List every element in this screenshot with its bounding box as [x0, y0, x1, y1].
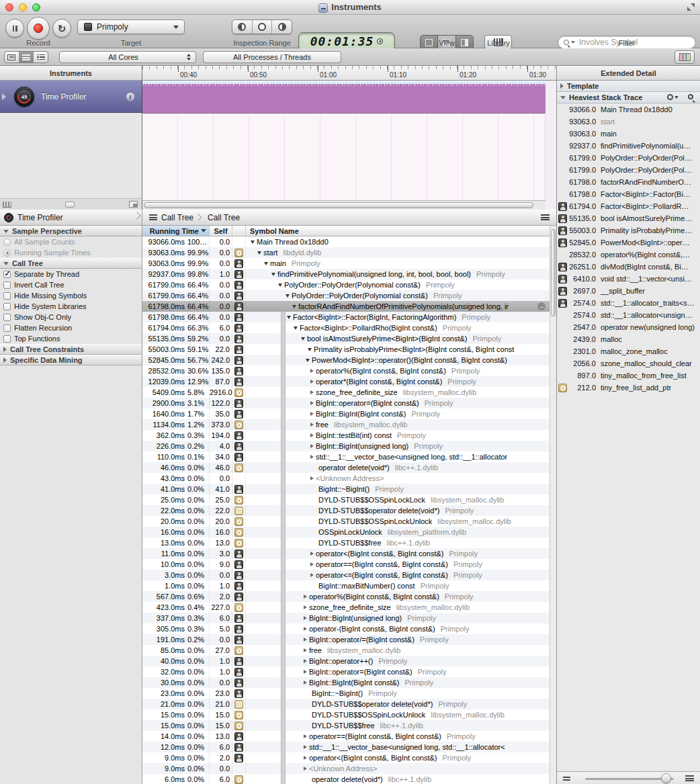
fullscreen-icon[interactable]: [687, 3, 695, 11]
table-row[interactable]: 15.0ms0.0%15.0DYLD-STUB$$freelibc++.1.dy…: [142, 720, 550, 731]
table-row[interactable]: 22.0ms0.0%22.0DYLD-STUB$$operator delete…: [142, 505, 550, 516]
timeline-ruler[interactable]: 00:4000:5001:0001:1001:2001:30: [142, 66, 556, 81]
table-row[interactable]: 41.0ms0.0%41.0BigInt::~BigInt()Primpoly: [142, 484, 550, 494]
stack-trace-row[interactable]: 61794.0Factor<BigInt>::PollardR…: [557, 200, 700, 212]
stack-trace-row[interactable]: 55003.0Primality isProbablyPrime…: [557, 224, 700, 236]
stack-trace-row[interactable]: 2547.0operator new(unsigned long): [557, 321, 700, 333]
sidebar-item[interactable]: Show Obj-C Only: [0, 312, 142, 322]
stack-trace-row[interactable]: 2439.0malloc: [557, 333, 700, 345]
table-row[interactable]: 9.0ms0.0%2.0operator<(BigInt const&, Big…: [142, 752, 550, 763]
breadcrumb-item-call-tree[interactable]: Call Tree: [149, 213, 193, 222]
stack-trace-row[interactable]: 52845.0PowerMod<BigInt>::oper…: [557, 236, 700, 249]
checkbox[interactable]: [3, 303, 11, 310]
cpu-strategy-button[interactable]: [5, 52, 19, 62]
record-button[interactable]: [27, 17, 50, 40]
table-row[interactable]: 6.0ms0.0%6.0operator delete(void*)libc++…: [142, 774, 550, 784]
disclosure-right-icon[interactable]: [304, 616, 307, 620]
sidebar-item[interactable]: Running Sample Times: [0, 247, 142, 258]
disclosure-down-icon[interactable]: [271, 273, 275, 276]
track-disclosure-icon[interactable]: [2, 93, 6, 100]
column-header-running-time[interactable]: Running Time: [142, 226, 210, 236]
stack-trace-row[interactable]: 2574.0std::__1::allocator_traits<s…: [557, 297, 700, 309]
table-row[interactable]: 32.0ms0.0%1.0BigInt::operator=(BigInt co…: [142, 666, 550, 677]
stack-trace-row[interactable]: 55135.0bool isAlmostSurelyPrime…: [557, 212, 700, 224]
disclosure-right-icon[interactable]: [310, 433, 314, 437]
table-row[interactable]: 226.0ms0.2%4.0BigInt::BigInt(unsigned lo…: [142, 441, 550, 451]
disclosure-right-icon[interactable]: [310, 476, 314, 480]
disclosure-down-icon[interactable]: [287, 316, 291, 319]
scrollbar-thumb[interactable]: [551, 229, 556, 316]
column-header-icon[interactable]: [232, 226, 246, 236]
disclosure-right-icon[interactable]: [304, 756, 307, 760]
sidebar-item[interactable]: All Sample Counts: [0, 236, 142, 247]
table-row[interactable]: 52845.0ms56.7%242.0PowerMod<BigInt>::ope…: [142, 355, 550, 365]
track-timeline-area[interactable]: [142, 81, 556, 210]
table-row[interactable]: 2900.0ms3.1%122.0BigInt::operator=(BigIn…: [142, 398, 550, 408]
inspection-range-clear-button[interactable]: [253, 20, 273, 34]
stack-trace-row[interactable]: 28532.0operator%(BigInt const&,…: [557, 249, 700, 261]
disclosure-right-icon[interactable]: [304, 745, 307, 749]
scrollbar-thumb[interactable]: [144, 202, 533, 208]
table-row[interactable]: 61799.0ms66.4%0.0PolyOrder::PolyOrder(Po…: [142, 290, 550, 301]
radio-button[interactable]: [3, 238, 11, 246]
focus-arrow-icon[interactable]: →: [537, 302, 545, 310]
template-section-header[interactable]: Template: [557, 81, 700, 92]
search-icon[interactable]: [688, 94, 693, 99]
disclosure-right-icon[interactable]: [310, 390, 314, 394]
table-row[interactable]: 93063.0ms99.9%0.0mainPrimpoly: [142, 258, 550, 269]
gear-menu-button[interactable]: [667, 94, 679, 100]
breadcrumb-item-call-tree-2[interactable]: Call Tree: [208, 213, 240, 222]
table-row[interactable]: 21.0ms0.0%21.0DYLD-STUB$$operator delete…: [142, 699, 550, 709]
processes-popup[interactable]: All Processes / Threads: [203, 51, 341, 63]
columns-button[interactable]: [674, 50, 695, 64]
disclosure-right-icon[interactable]: [310, 444, 314, 448]
table-row[interactable]: 191.0ms0.2%0.0BigInt::operator/=(BigInt …: [142, 634, 550, 645]
table-row[interactable]: 28532.0ms30.6%135.0operator%(BigInt cons…: [142, 365, 550, 376]
disclosure-right-icon[interactable]: [304, 627, 307, 631]
disclosure-down-icon[interactable]: [308, 348, 312, 351]
column-header-self[interactable]: Self: [210, 226, 232, 236]
table-row[interactable]: 423.0ms0.4%227.0szone_free_definite_size…: [142, 602, 550, 613]
table-row[interactable]: 5409.0ms5.8%2916.0szone_free_definite_si…: [142, 387, 550, 398]
heaviest-stack-trace-header[interactable]: Heaviest Stack Trace: [557, 92, 700, 103]
stack-trace-row[interactable]: 61798.0Factor<BigInt>::Factor(Bi…: [557, 188, 700, 200]
instruments-strategy-button[interactable]: [19, 52, 34, 62]
table-row[interactable]: 61794.0ms66.3%6.0Factor<BigInt>::Pollard…: [142, 322, 550, 333]
info-button[interactable]: i: [126, 92, 135, 101]
table-row[interactable]: 14.0ms0.0%13.0operator==(BigInt const&, …: [142, 731, 550, 742]
table-row[interactable]: 61798.0ms66.4%0.0Factor<BigInt>::Factor(…: [142, 312, 550, 322]
checkbox[interactable]: [3, 335, 11, 343]
table-row[interactable]: 13.0ms0.0%13.0DYLD-STUB$$freelibc++.1.dy…: [142, 537, 550, 548]
table-row[interactable]: 85.0ms0.0%27.0freelibsystem_malloc.dylib: [142, 645, 550, 656]
stack-trace-row[interactable]: 2697.0__split_buffer: [557, 285, 700, 297]
table-row[interactable]: 11.0ms0.0%3.0operator<(BigInt const&, Bi…: [142, 548, 550, 559]
instrument-track-time-profiler[interactable]: Time Profiler i: [0, 81, 142, 113]
table-row[interactable]: 23.0ms0.0%23.0BigInt::~BigInt()Primpoly: [142, 688, 550, 699]
table-row[interactable]: 61798.0ms66.4%0.0factorRAndFindNumberOfP…: [142, 301, 550, 312]
disclosure-right-icon[interactable]: [310, 562, 314, 566]
disclosure-down-icon[interactable]: [286, 294, 290, 298]
disclosure-right-icon[interactable]: [304, 681, 307, 685]
table-row[interactable]: 12039.0ms12.9%87.0operator*(BigInt const…: [142, 376, 550, 387]
sidebar-item[interactable]: Hide System Libraries: [0, 301, 142, 312]
disclosure-right-icon[interactable]: [310, 412, 314, 416]
checkbox[interactable]: [3, 271, 11, 278]
sidebar-item[interactable]: Hide Missing Symbols: [0, 290, 142, 301]
table-row[interactable]: 30.0ms0.0%0.0BigInt::BigInt(BigInt const…: [142, 677, 550, 688]
column-header-symbol-name[interactable]: Symbol Name: [246, 226, 556, 236]
loop-button[interactable]: ↻: [52, 19, 71, 38]
table-row[interactable]: 61799.0ms66.4%0.0PolyOrder::PolyOrder(Po…: [142, 279, 550, 290]
sidebar-section-sample-perspective[interactable]: Sample Perspective: [0, 226, 142, 236]
table-row[interactable]: 12.0ms0.0%6.0std::__1::__vector_base<uns…: [142, 742, 550, 752]
disclosure-right-icon[interactable]: [310, 380, 314, 384]
checkbox[interactable]: [3, 314, 11, 321]
table-row[interactable]: 337.0ms0.3%6.0BigInt::BigInt(unsigned lo…: [142, 613, 550, 623]
disclosure-right-icon[interactable]: [304, 659, 307, 663]
disclosure-right-icon[interactable]: [304, 595, 307, 599]
table-row[interactable]: 305.0ms0.3%5.0operator-(BigInt const&, B…: [142, 623, 550, 634]
disclosure-right-icon[interactable]: [304, 734, 307, 738]
stack-trace-row[interactable]: 93063.0main: [557, 128, 700, 140]
table-row[interactable]: 16.0ms0.0%16.0OSSpinLockUnlocklibsystem_…: [142, 527, 550, 537]
inspection-range-start-button[interactable]: [232, 20, 253, 34]
table-row[interactable]: 362.0ms0.3%194.0BigInt::testBit(int) con…: [142, 430, 550, 441]
